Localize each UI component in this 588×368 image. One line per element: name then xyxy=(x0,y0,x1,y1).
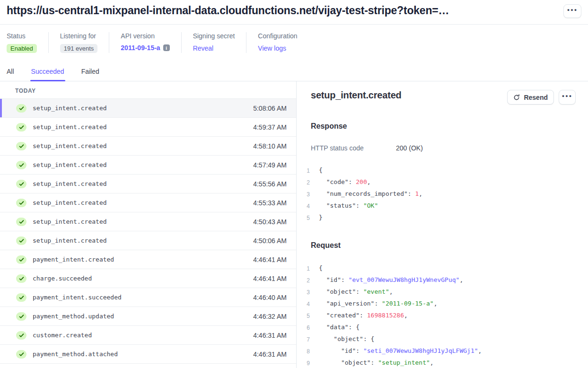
line-number: 1 xyxy=(303,263,310,274)
summary-listening: Listening for 191 events xyxy=(48,32,109,53)
code-token: "object": xyxy=(319,359,378,366)
http-status-label: HTTP status code xyxy=(311,144,396,152)
request-heading: Request xyxy=(311,241,576,250)
code-line: 1{ xyxy=(303,263,576,274)
refresh-icon xyxy=(513,94,520,101)
list-item[interactable]: payment_intent.created4:46:41 AM xyxy=(0,250,296,269)
code-token: "status": xyxy=(319,202,363,209)
event-detail-panel: setup_intent.created Resend ●●● Response… xyxy=(297,81,588,368)
tab-all[interactable]: All xyxy=(7,61,14,81)
success-check-icon xyxy=(16,255,26,264)
list-item[interactable]: setup_intent.created4:50:06 AM xyxy=(0,231,296,250)
event-type: payment_method.attached xyxy=(33,350,118,358)
event-time: 4:46:32 AM xyxy=(253,313,287,320)
code-token: "created": xyxy=(319,312,367,319)
ellipsis-icon: ●●● xyxy=(562,94,572,100)
api-version-link[interactable]: 2011-09-15-a xyxy=(121,44,160,52)
status-label: Status xyxy=(7,32,37,40)
list-item[interactable]: setup_intent.created4:50:43 AM xyxy=(0,212,296,231)
event-time: 4:57:49 AM xyxy=(253,161,287,169)
api-version-label: API version xyxy=(121,32,169,40)
success-check-icon xyxy=(16,199,26,207)
code-id-link[interactable]: "seti_007WewuJW8hgHJ1yJqLFWGj1" xyxy=(363,347,478,354)
list-item[interactable]: payment_intent.succeeded4:46:40 AM xyxy=(0,288,296,307)
code-line: 5} xyxy=(303,212,576,224)
event-time: 4:55:33 AM xyxy=(253,199,287,207)
resend-button[interactable]: Resend xyxy=(507,90,554,105)
webhook-header: https://us-central1-mixpanel-internal-da… xyxy=(0,0,588,25)
success-check-icon xyxy=(16,293,26,302)
list-item[interactable]: payment_method.updated4:46:32 AM xyxy=(0,307,296,326)
event-type: setup_intent.created xyxy=(33,237,107,244)
summary-signing-secret: Signing secret Reveal xyxy=(181,32,246,53)
code-token: , xyxy=(478,347,482,354)
code-line: 3 "object": "event", xyxy=(303,286,576,298)
success-check-icon xyxy=(16,161,26,169)
line-number: 4 xyxy=(303,200,310,212)
info-icon: i xyxy=(163,44,170,51)
request-code-block: 1{2 "id": "evt_007WewuJW8hgHJ1yWnevGPuq"… xyxy=(303,263,576,368)
list-item[interactable]: setup_intent.created5:08:06 AM xyxy=(0,99,296,118)
line-number: 2 xyxy=(303,176,310,188)
event-time: 5:08:06 AM xyxy=(253,105,287,112)
line-number: 7 xyxy=(303,333,310,345)
tab-succeeded[interactable]: Succeeded xyxy=(31,61,64,81)
header-more-button[interactable]: ●●● xyxy=(563,4,581,18)
code-token: "api_version": xyxy=(319,300,382,307)
list-item[interactable]: charge.succeeded4:46:41 AM xyxy=(0,269,296,288)
code-token: , xyxy=(434,300,438,307)
code-line: 6 "data": { xyxy=(303,322,576,333)
success-check-icon xyxy=(16,104,26,113)
webhook-url-title: https://us-central1-mixpanel-internal-da… xyxy=(7,4,449,17)
event-type: setup_intent.created xyxy=(33,123,107,131)
line-number: 3 xyxy=(303,286,310,298)
event-type: charge.succeeded xyxy=(33,275,92,282)
resend-button-label: Resend xyxy=(524,94,548,101)
event-type: setup_intent.created xyxy=(33,180,107,187)
detail-more-button[interactable]: ●●● xyxy=(559,90,576,105)
code-token: , xyxy=(459,276,463,283)
list-item[interactable]: customer.created4:46:31 AM xyxy=(0,326,296,345)
signing-secret-label: Signing secret xyxy=(193,32,235,40)
reveal-secret-link[interactable]: Reveal xyxy=(193,44,214,52)
event-type: payment_method.updated xyxy=(33,313,114,320)
code-token: "object": { xyxy=(319,335,374,342)
code-token: "data": { xyxy=(319,324,360,331)
line-number: 5 xyxy=(303,310,310,322)
code-line: 8 "id": "seti_007WewuJW8hgHJ1yJqLFWGj1", xyxy=(303,345,576,357)
list-item[interactable]: setup_intent.created4:59:37 AM xyxy=(0,118,296,137)
code-token: , xyxy=(404,312,408,319)
code-token: "code": xyxy=(319,178,356,185)
list-item[interactable]: setup_intent.created4:58:10 AM xyxy=(0,137,296,156)
list-item[interactable]: payment_method.attached4:46:31 AM xyxy=(0,345,296,364)
code-line: 4 "api_version": "2011-09-15-a", xyxy=(303,298,576,310)
http-status-row: HTTP status code 200 (OK) xyxy=(311,144,576,152)
list-item[interactable]: setup_intent.created4:55:33 AM xyxy=(0,193,296,212)
event-time: 4:46:41 AM xyxy=(253,256,287,263)
event-type: setup_intent.created xyxy=(33,199,107,206)
code-token: "2011-09-15-a" xyxy=(382,300,434,307)
list-item[interactable]: setup_intent.created4:55:56 AM xyxy=(0,175,296,193)
code-line: 9 "object": "setup_intent", xyxy=(303,357,576,368)
code-token: "id": xyxy=(319,347,363,354)
event-time: 4:55:56 AM xyxy=(253,180,287,188)
event-time: 4:58:10 AM xyxy=(253,142,287,150)
code-token: } xyxy=(319,214,323,221)
listening-label: Listening for xyxy=(60,32,98,40)
list-item[interactable]: setup_intent.created4:57:49 AM xyxy=(0,156,296,175)
event-type: setup_intent.created xyxy=(33,161,107,168)
event-type: payment_intent.created xyxy=(33,256,114,263)
event-time: 4:46:40 AM xyxy=(253,294,287,301)
success-check-icon xyxy=(16,142,26,150)
code-line: 2 "code": 200, xyxy=(303,176,576,188)
success-check-icon xyxy=(16,274,26,283)
ellipsis-icon: ●●● xyxy=(567,8,578,14)
code-id-link[interactable]: "evt_007WewuJW8hgHJ1yWnevGPuq" xyxy=(349,276,460,283)
event-time: 4:46:31 AM xyxy=(253,332,287,339)
code-line: 4 "status": "OK" xyxy=(303,200,576,212)
response-code-block: 1{2 "code": 200,3 "num_records_imported"… xyxy=(303,165,576,224)
success-check-icon xyxy=(16,350,26,359)
view-logs-link[interactable]: View logs xyxy=(258,44,286,52)
code-token: 1698815286 xyxy=(367,312,404,319)
tab-failed[interactable]: Failed xyxy=(81,61,99,81)
